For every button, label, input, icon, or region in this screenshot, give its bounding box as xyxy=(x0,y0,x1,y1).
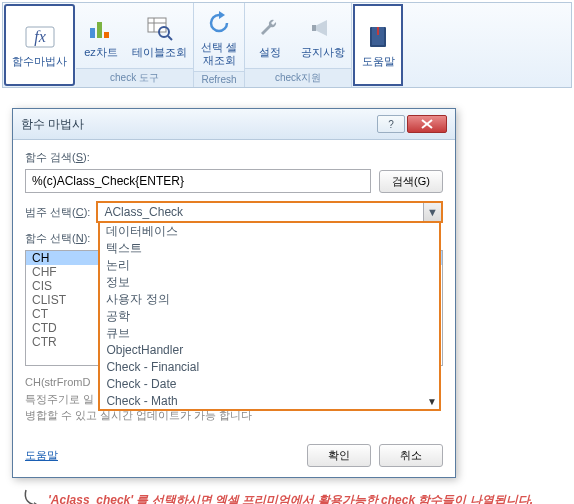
ribbon-label: 선택 셀 재조회 xyxy=(201,41,237,67)
svg-rect-14 xyxy=(377,27,379,35)
chevron-down-icon: ▼ xyxy=(423,203,441,221)
category-selected-value: AClass_Check xyxy=(98,205,423,219)
settings-button[interactable]: 설정 xyxy=(245,3,295,68)
dropdown-item[interactable]: 정보 xyxy=(100,274,439,291)
svg-line-9 xyxy=(168,36,172,40)
ribbon-group-tools: ez차트 테이블조회 check 도구 xyxy=(76,3,194,87)
cancel-button[interactable]: 취소 xyxy=(379,444,443,467)
megaphone-icon xyxy=(307,12,339,44)
arrow-icon xyxy=(18,488,48,505)
svg-rect-4 xyxy=(104,32,109,38)
ribbon-group-label: Refresh xyxy=(194,71,244,87)
category-combobox[interactable]: AClass_Check ▼ 데이터베이스 텍스트 논리 정보 사용자 정의 공… xyxy=(96,201,443,223)
help-link[interactable]: 도움말 xyxy=(25,448,58,463)
search-button[interactable]: 검색(G) xyxy=(379,170,443,193)
annotation-text: 'Aclass_check' 를 선택하시면 엑셀 프리미엄에서 활용가능한 c… xyxy=(48,492,533,504)
bar-chart-icon xyxy=(85,12,117,44)
dropdown-item[interactable]: 텍스트 xyxy=(100,240,439,257)
dropdown-item[interactable]: 공학 xyxy=(100,308,439,325)
ok-button[interactable]: 확인 xyxy=(307,444,371,467)
dialog-help-button[interactable]: ? xyxy=(377,115,405,133)
ribbon-group-label: check지원 xyxy=(245,68,351,87)
category-label: 범주 선택(C): xyxy=(25,205,90,220)
ribbon-label: 테이블조회 xyxy=(132,46,187,59)
dropdown-item[interactable]: 논리 xyxy=(100,257,439,274)
ribbon-group-support: 설정 공지사항 check지원 xyxy=(245,3,352,87)
dropdown-item[interactable]: 사용자 정의 xyxy=(100,291,439,308)
book-icon xyxy=(362,21,394,53)
ribbon-group-label: check 도구 xyxy=(76,68,193,87)
ribbon-label: 함수마법사 xyxy=(12,55,67,68)
ribbon-label: 설정 xyxy=(259,46,281,59)
category-dropdown: 데이터베이스 텍스트 논리 정보 사용자 정의 공학 큐브 ObjectHand… xyxy=(98,223,441,411)
close-icon xyxy=(421,119,433,129)
ribbon-group-refresh: 선택 셀 재조회 Refresh xyxy=(194,3,245,87)
svg-marker-10 xyxy=(219,11,225,19)
table-lookup-button[interactable]: 테이블조회 xyxy=(126,3,193,68)
svg-rect-3 xyxy=(97,22,102,38)
magnifier-table-icon xyxy=(144,12,176,44)
search-label: 함수 검색(S): xyxy=(25,150,443,165)
dropdown-item[interactable]: Check - Date xyxy=(100,376,439,393)
ribbon-label: 도움말 xyxy=(362,55,395,68)
dropdown-item[interactable]: Check - Math xyxy=(100,393,439,409)
svg-text:fx: fx xyxy=(34,28,46,46)
svg-rect-2 xyxy=(90,28,95,38)
dropdown-item[interactable]: 데이터베이스 xyxy=(100,223,439,240)
refresh-cell-button[interactable]: 선택 셀 재조회 xyxy=(194,3,244,71)
ribbon-toolbar: fx 함수마법사 ez차트 테이블조회 check 도구 xyxy=(2,2,572,88)
ribbon-label: ez차트 xyxy=(84,46,118,59)
svg-rect-11 xyxy=(312,25,316,31)
function-wizard-button[interactable]: fx 함수마법사 xyxy=(4,4,75,86)
annotation-callout: 'Aclass_check' 를 선택하시면 엑셀 프리미엄에서 활용가능한 c… xyxy=(18,488,574,505)
ezchart-button[interactable]: ez차트 xyxy=(76,3,126,68)
refresh-icon xyxy=(203,7,235,39)
search-input[interactable] xyxy=(25,169,371,193)
dropdown-item[interactable]: Check - Financial xyxy=(100,359,439,376)
dropdown-item[interactable]: 큐브 xyxy=(100,325,439,342)
svg-rect-5 xyxy=(148,18,166,32)
scroll-down-icon[interactable]: ▼ xyxy=(427,396,437,407)
dialog-close-button[interactable] xyxy=(407,115,447,133)
help-button[interactable]: 도움말 xyxy=(353,4,403,86)
ribbon-label: 공지사항 xyxy=(301,46,345,59)
fx-icon: fx xyxy=(24,21,56,53)
notice-button[interactable]: 공지사항 xyxy=(295,3,351,68)
wrench-icon xyxy=(254,12,286,44)
dialog-titlebar: 함수 마법사 ? xyxy=(13,109,455,140)
dialog-title: 함수 마법사 xyxy=(21,116,84,133)
function-wizard-dialog: 함수 마법사 ? 함수 검색(S): 검색(G) 범주 선택(C): AClas… xyxy=(12,108,456,478)
dropdown-item[interactable]: ObjectHandler xyxy=(100,342,439,359)
